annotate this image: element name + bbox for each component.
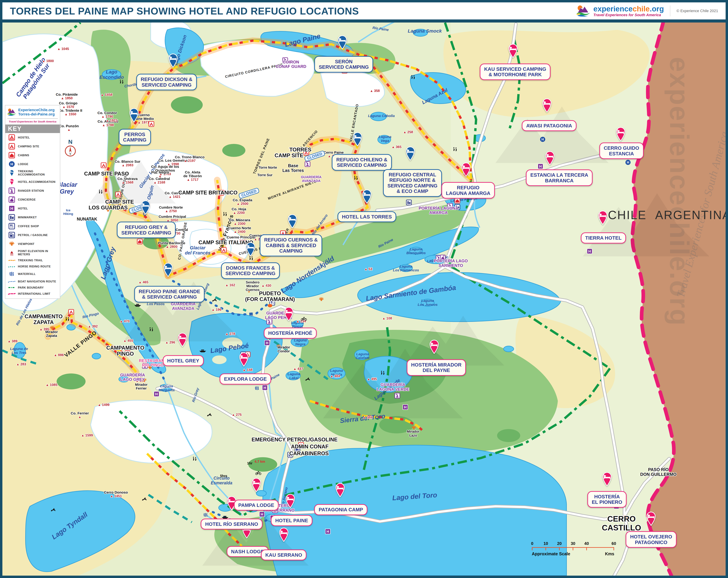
label-kau-serviced-camping-motorhome-park[interactable]: KAU SERVICED CAMPING & MOTORHOME PARK	[480, 63, 551, 80]
bed-icon	[361, 190, 372, 204]
bed-icon	[544, 151, 555, 165]
place-cerro-castillo: CERRO CASTILLO	[602, 515, 641, 532]
bed-icon	[405, 146, 416, 161]
water-label-laguna-los-flamencos: Laguna Los Flamencos	[393, 265, 419, 272]
label-cerro-guido-estancia[interactable]: CERRO GUIDO ESTANCIA	[599, 143, 644, 159]
trekking-pin-domos-frances-serviced-camping[interactable]	[245, 242, 256, 256]
hotel-pin-hotel-grey[interactable]	[177, 333, 188, 347]
elevation-point-886: ▲ 886	[54, 353, 64, 357]
label-refugio-grey-serviced-camping[interactable]: REFUGIO GREY & SERVICED CAMPING	[117, 222, 176, 238]
label-refugio-dickson-serviced-camping[interactable]: REFUGIO DICKSON & SERVICED CAMPING	[136, 74, 197, 90]
label-patagonia-camp[interactable]: PATAGONIA CAMP	[314, 504, 367, 515]
header: TORRES DEL PAINE MAP SHOWING HOTEL AND R…	[2, 2, 726, 20]
key-item-hotel: HHOTEL	[5, 204, 60, 213]
label-ser-n-serviced-camping[interactable]: SERÓN SERVICED CAMPING	[314, 56, 373, 73]
label-domos-frances-serviced-camping[interactable]: DOMOS FRANCES & SERVICED CAMPING	[221, 262, 280, 279]
hotel-pin-cerro-guido-estancia[interactable]	[615, 127, 626, 141]
label-pampa-lodge[interactable]: PAMPA LODGE	[234, 499, 279, 511]
hotel-pin-kau-serrano[interactable]	[278, 528, 289, 542]
mountain-co-m-scara: Co. Máscara▲ 2300	[229, 218, 250, 226]
trekking-pin-refugio-chileno-serviced-camping[interactable]	[352, 132, 363, 146]
concierge-icon	[8, 196, 16, 203]
label-perros-camping[interactable]: PERROS CAMPING	[119, 129, 151, 145]
trail-icon	[8, 258, 16, 262]
label-explora-lodge[interactable]: EXPLORA LODGE	[219, 374, 271, 384]
key-item-label: PETROL / GASOLINE	[18, 233, 48, 237]
cabins-icon	[8, 152, 16, 159]
label-refugio-laguna-amarga[interactable]: REFUGIO LAGUNA AMARGA	[441, 182, 495, 199]
mountain-co-ferrier: Co. Ferrier▲	[71, 411, 89, 419]
hotel-pin-kau-serviced-camping-motorhome-park[interactable]	[508, 44, 518, 58]
parkline-icon	[8, 286, 16, 290]
label-awasi-patagonia[interactable]: AWASI PATAGONIA	[522, 120, 576, 131]
key-item-label: VIEWPOINT	[18, 242, 34, 246]
hotel-pin-awasi-patagonia[interactable]	[542, 98, 552, 112]
hotel-pin-patagonia-camp[interactable]	[335, 483, 345, 497]
water-label-laguna-cebolla: Laguna Cebolla	[368, 114, 395, 118]
elevation-point-455: ▲ 455	[123, 338, 133, 342]
svg-text:H: H	[627, 161, 629, 164]
label-hoster-a-mirador-del-payne[interactable]: HOSTERÍA MIRADOR DEL PAYNE	[407, 359, 466, 376]
label-refugio-paine-grande-serviced-camping[interactable]: REFUGIO PAINE GRANDE & SERVICED CAMPING	[134, 286, 205, 302]
ranger-icon	[305, 161, 310, 167]
boaticon-icon	[134, 303, 141, 307]
hotel-pin-explora-lodge[interactable]	[238, 352, 249, 366]
water-label-laguna-lakal: Laguna Lakal	[288, 372, 300, 380]
camp-label-campamento-pingo: CAMPAMENTO PINGO	[106, 345, 145, 357]
key-item-concierge: CONCIERGE	[5, 195, 60, 204]
trekking-pin-perros-camping[interactable]	[129, 108, 139, 122]
elevation-icon: 455	[8, 249, 16, 256]
map-canvas[interactable]: experiencechile.org Travel Experiences f…	[2, 2, 726, 576]
elevation-point-358: ▲ 358	[370, 89, 380, 92]
hotel-pin-estancia-la-tercera-barranca[interactable]	[544, 151, 555, 165]
water-label-laguna-de-los-tres: Laguna de Los Tres	[10, 347, 28, 355]
hotel-pin-hotel-paine[interactable]	[285, 494, 296, 508]
hotel-pin-tierra-hotel[interactable]	[597, 211, 608, 225]
label-refugio-cuernos-cabins-serviced-camping[interactable]: REFUGIO CUERNOS & CABINS & SERVICED CAMP…	[260, 235, 322, 256]
trekking-pin-refugio-grey-serviced-camping[interactable]	[140, 200, 151, 214]
label-refugio-central-refugio-norte-serviced-camping-eco-camp[interactable]: REFUGIO CENTRAL REFUGIO NORTE & SERVICED…	[383, 169, 442, 197]
elevation-point-392: ▲ 392	[88, 324, 98, 328]
mountain-co-hoja: Co. Hoja▲ 2200	[232, 208, 246, 215]
label-estancia-la-tercera-barranca[interactable]: ESTANCIA LA TERCERA BARRANCA	[526, 169, 593, 186]
svg-text:H: H	[266, 341, 268, 345]
mountain-co-trono-blanco: Co. Trono Blanco▲ 2197	[175, 155, 205, 163]
hotel-pin-pampa-lodge[interactable]	[251, 478, 262, 492]
bed-icon	[238, 352, 249, 366]
logo-word-chile: chile	[632, 5, 650, 13]
place-nunatak: NUNATAK	[77, 217, 97, 221]
label-refugio-chileno-serviced-camping[interactable]: REFUGIO CHILENO & SERVICED CAMPING	[332, 154, 392, 170]
hotel-pin-hoster-a-el-pionero[interactable]	[602, 472, 613, 486]
minimarket-icon	[8, 214, 16, 221]
svg-text:H: H	[155, 392, 158, 396]
hotel-pin-hoster-a-peho[interactable]	[283, 307, 294, 321]
label-hotel-ovejero-patagonico[interactable]: HOTEL OVEJERO PATAGONICO	[626, 531, 676, 548]
trekking-pin-refugio-central-refugio-norte-serviced-camping-eco-camp[interactable]	[405, 146, 416, 161]
camp-label-emergency-petrol-gasoline: EMERGENCY PETROL/GASOLINE	[252, 437, 338, 443]
label-hoster-a-el-pionero[interactable]: HOSTERÍA EL PIONERO	[588, 491, 627, 508]
hikers-icon	[118, 80, 126, 84]
hotelH-icon: H	[325, 528, 331, 534]
place-chile: CHILE	[608, 209, 647, 222]
label-hoster-a-peho[interactable]: HOSTERÍA PEHOÉ	[264, 328, 317, 338]
experiencechile-logo[interactable]: experiencechile.org Travel Experiences f…	[576, 5, 664, 17]
key-item-label: PARK BOUNDARY	[18, 286, 44, 289]
trekking-pin-hotel-las-torres[interactable]	[361, 190, 372, 204]
label-hotel-paine[interactable]: HOTEL PAINE	[271, 515, 312, 526]
label-kau-serrano[interactable]: KAU SERRANO	[261, 550, 307, 560]
label-hotel-las-torres[interactable]: HOTEL LAS TORRES	[338, 211, 396, 222]
trekking-pin-refugio-dickson-serviced-camping[interactable]	[167, 54, 179, 68]
label-hotel-grey[interactable]: HOTEL GREY	[163, 355, 204, 366]
label-hotel-r-o-serrano[interactable]: HOTEL RÍO SERRANO	[201, 519, 262, 529]
trekking-pin-refugio-paine-grande-serviced-camping[interactable]	[163, 263, 174, 277]
logo-mountain-icon	[576, 5, 591, 17]
hotel-pin-hotel-ovejero-patagonico[interactable]	[646, 512, 656, 526]
label-tierra-hotel[interactable]: TIERRA HOTEL	[581, 232, 626, 243]
trekking-pin-refugio-cuernos-cabins-serviced-camping[interactable]	[287, 214, 298, 228]
hotel-pin-hoster-a-mirador-del-payne[interactable]	[429, 339, 440, 354]
elevation-point-470: ▲ 470	[120, 319, 130, 323]
trekking-pin-ser-n-serviced-camping[interactable]	[337, 35, 348, 50]
hotel-pin-refugio-laguna-amarga[interactable]	[461, 163, 471, 177]
map-terrain	[2, 2, 726, 576]
mountain-co-espada: Co. Espada▲ 2500	[233, 198, 252, 205]
